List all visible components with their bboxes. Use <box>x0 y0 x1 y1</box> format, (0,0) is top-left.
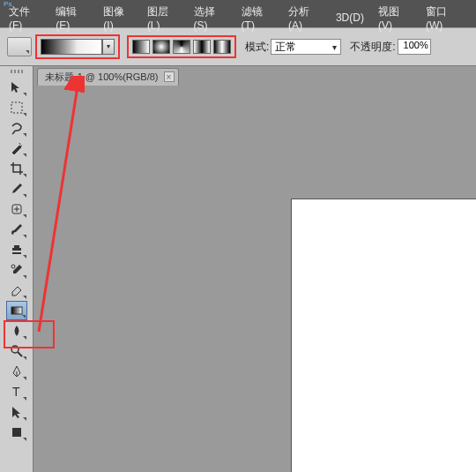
document-tab[interactable]: 未标题-1 @ 100%(RGB/8) × <box>37 68 179 86</box>
tools-panel: T <box>0 66 33 472</box>
opacity-label: 不透明度: <box>350 40 395 55</box>
healing-brush-tool[interactable] <box>6 199 27 219</box>
panel-grip[interactable] <box>4 70 30 75</box>
lasso-tool[interactable] <box>6 118 27 138</box>
menu-file[interactable]: 文件(F) <box>9 4 41 32</box>
gradient-radial-button[interactable] <box>152 40 170 54</box>
blur-tool[interactable] <box>6 321 27 341</box>
menu-bar: 文件(F) 编辑(E) 图像(I) 图层(L) 选择(S) 滤镜(T) 分析(A… <box>0 8 476 27</box>
menu-select[interactable]: 选择(S) <box>194 4 227 32</box>
work-area <box>37 86 476 472</box>
blend-mode-select[interactable]: 正常 <box>271 39 341 55</box>
menu-window[interactable]: 窗口(W) <box>426 4 462 32</box>
blend-mode-value: 正常 <box>275 40 296 55</box>
gradient-tool[interactable] <box>6 301 27 320</box>
eraser-tool[interactable] <box>6 281 27 300</box>
options-bar: ▾ 模式: 正常 不透明度: 100% <box>0 27 476 66</box>
document-tab-bar: 未标题-1 @ 100%(RGB/8) × <box>0 66 476 86</box>
pen-tool[interactable] <box>6 362 27 381</box>
svg-rect-0 <box>11 102 22 113</box>
svg-point-4 <box>11 346 19 353</box>
document-tab-close[interactable]: × <box>164 71 175 82</box>
document-canvas[interactable] <box>291 199 476 472</box>
menu-view[interactable]: 视图(V) <box>378 4 412 32</box>
shape-tool[interactable] <box>6 423 27 442</box>
move-tool[interactable] <box>6 78 27 97</box>
gradient-angle-button[interactable] <box>173 40 190 54</box>
gradient-diamond-button[interactable] <box>213 40 231 54</box>
gradient-linear-button[interactable] <box>132 40 150 54</box>
gradient-reflected-button[interactable] <box>193 40 211 54</box>
path-selection-tool[interactable] <box>6 402 27 422</box>
history-brush-tool[interactable] <box>6 260 27 280</box>
svg-point-2 <box>11 265 15 268</box>
menu-edit[interactable]: 编辑(E) <box>56 4 89 32</box>
gradient-preview[interactable] <box>41 39 102 55</box>
dodge-tool[interactable] <box>6 341 27 361</box>
annotation-gradient-types <box>127 35 236 58</box>
brush-tool[interactable] <box>6 220 27 239</box>
menu-layer[interactable]: 图层(L) <box>147 4 180 32</box>
eyedropper-tool[interactable] <box>6 179 27 199</box>
svg-rect-6 <box>12 428 21 437</box>
menu-image[interactable]: 图像(I) <box>103 4 133 32</box>
opacity-input[interactable]: 100% <box>398 39 431 55</box>
document-tab-title: 未标题-1 @ 100%(RGB/8) <box>45 71 159 82</box>
mode-label: 模式: <box>245 40 269 55</box>
annotation-gradient-picker: ▾ <box>35 34 120 59</box>
type-tool[interactable]: T <box>6 382 27 401</box>
marquee-tool[interactable] <box>6 98 27 117</box>
gradient-dropdown[interactable]: ▾ <box>102 39 115 55</box>
menu-analysis[interactable]: 分析(A) <box>288 4 322 32</box>
menu-3d[interactable]: 3D(D) <box>336 11 364 24</box>
clone-stamp-tool[interactable] <box>6 240 27 259</box>
svg-rect-3 <box>11 307 22 314</box>
crop-tool[interactable] <box>6 159 27 178</box>
svg-text:T: T <box>12 385 20 399</box>
current-tool-indicator[interactable] <box>7 37 32 56</box>
menu-filter[interactable]: 滤镜(T) <box>242 4 274 32</box>
magic-wand-tool[interactable] <box>6 139 27 158</box>
